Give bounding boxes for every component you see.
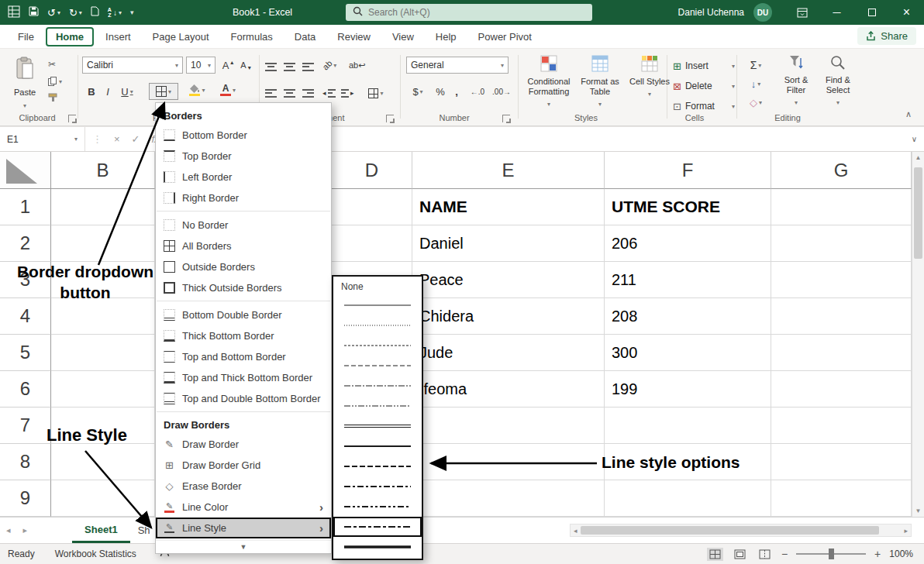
cell[interactable] xyxy=(605,408,771,444)
fill-button[interactable]: ↓▾ xyxy=(743,75,769,92)
font-name-select[interactable]: Calibri▾ xyxy=(82,57,183,74)
namebox-drag-handle[interactable]: ⋮ xyxy=(92,133,102,145)
cell[interactable] xyxy=(771,225,912,262)
line-style-option-thick[interactable] xyxy=(333,537,422,557)
comma-format-button[interactable]: , xyxy=(451,83,462,100)
menu-item-line-color[interactable]: ✎Line Color› xyxy=(156,497,331,518)
middle-align-button[interactable] xyxy=(284,58,295,75)
clipboard-dialog-launcher-icon[interactable] xyxy=(68,115,76,122)
column-header-E[interactable]: E xyxy=(412,152,605,189)
number-dialog-launcher-icon[interactable] xyxy=(502,115,510,122)
menu-item-draw-border[interactable]: ✎Draw Border xyxy=(156,434,331,455)
cell[interactable] xyxy=(771,189,912,225)
menu-item-thick-outside-borders[interactable]: Thick Outside Borders xyxy=(156,277,331,298)
row-header-6[interactable]: 6 xyxy=(0,371,51,408)
align-right-button[interactable] xyxy=(302,84,314,101)
column-header-B[interactable]: B xyxy=(51,152,155,189)
line-style-option-hairline[interactable] xyxy=(333,295,422,315)
insert-cells-button[interactable]: ⊞Insert▾ xyxy=(673,58,735,74)
bottom-align-button[interactable] xyxy=(302,58,314,75)
cell[interactable] xyxy=(412,444,605,480)
hscroll-left-icon[interactable]: ◂ xyxy=(574,527,578,535)
line-style-option-dashed-fine[interactable] xyxy=(333,335,422,356)
clear-button[interactable]: ◇▾ xyxy=(743,94,769,111)
top-align-button[interactable] xyxy=(265,58,277,75)
zoom-slider-thumb[interactable] xyxy=(829,549,834,559)
delete-cells-button[interactable]: ⊠Delete▾ xyxy=(673,78,735,94)
menu-item-outside-borders[interactable]: Outside Borders xyxy=(156,256,331,277)
cell[interactable] xyxy=(51,480,155,517)
zoom-slider[interactable] xyxy=(796,553,866,555)
tab-home[interactable]: Home xyxy=(46,27,94,46)
tab-data[interactable]: Data xyxy=(284,27,326,46)
collapse-ribbon-icon[interactable]: ∧ xyxy=(905,109,912,119)
sort-az-icon[interactable]: AZ↓▾ xyxy=(108,7,122,18)
row-header-7[interactable]: 7 xyxy=(0,408,51,444)
menu-item-line-style[interactable]: ✎Line Style› xyxy=(156,518,331,538)
format-as-table-button[interactable]: Format as Table▾ xyxy=(575,55,625,117)
cell-F2[interactable]: 206 xyxy=(605,225,771,262)
cut-button[interactable]: ✂ xyxy=(48,57,56,72)
menu-scroll-down-icon[interactable]: ▼ xyxy=(156,540,331,553)
horizontal-scroll-thumb[interactable] xyxy=(581,526,879,535)
tab-insert[interactable]: Insert xyxy=(95,27,141,46)
decrease-decimal-button[interactable]: .00→ xyxy=(490,83,513,100)
menu-item-bottom-border[interactable]: Bottom Border xyxy=(156,125,331,146)
sheet-tab-next[interactable]: Sh xyxy=(130,518,153,543)
row-header-1[interactable]: 1 xyxy=(0,189,51,225)
ribbon-display-options-icon[interactable] xyxy=(784,0,819,25)
menu-item-all-borders[interactable]: All Borders xyxy=(156,236,331,256)
column-header-F[interactable]: F xyxy=(605,152,771,189)
cell-F3[interactable]: 211 xyxy=(605,262,771,298)
menu-item-bottom-double-border[interactable]: Bottom Double Border xyxy=(156,304,331,325)
decrease-indent-button[interactable]: ◂ xyxy=(322,84,336,101)
row-header-2[interactable]: 2 xyxy=(0,225,51,262)
scroll-down-icon[interactable]: ▼ xyxy=(912,507,924,514)
line-style-option-none[interactable]: None xyxy=(333,278,422,295)
customize-qat-chevron-icon[interactable]: ▾ xyxy=(130,9,134,16)
increase-indent-button[interactable]: ▸ xyxy=(341,84,354,101)
line-style-option-dotted[interactable] xyxy=(333,315,422,335)
cell-F1[interactable]: UTME SCORE xyxy=(605,189,771,225)
alignment-dialog-launcher-icon[interactable] xyxy=(386,115,394,122)
sort-filter-button[interactable]: Sort & Filter▾ xyxy=(775,55,817,117)
tab-file[interactable]: File xyxy=(8,27,44,46)
format-cells-button[interactable]: ⊡Format▾ xyxy=(673,98,735,114)
cell[interactable] xyxy=(51,371,155,408)
cancel-icon[interactable]: × xyxy=(114,133,120,145)
font-color-button[interactable]: A▾ xyxy=(214,81,242,98)
cell[interactable] xyxy=(771,262,912,298)
menu-item-top-and-bottom-border[interactable]: Top and Bottom Border xyxy=(156,346,331,367)
cell[interactable] xyxy=(771,371,912,408)
expand-formula-bar-icon[interactable]: ∨ xyxy=(912,135,924,143)
increase-font-size-button[interactable]: A▴ xyxy=(219,57,237,74)
tab-review[interactable]: Review xyxy=(327,27,381,46)
menu-item-no-border[interactable]: No Border xyxy=(156,215,331,236)
bold-button[interactable]: B xyxy=(84,83,99,100)
font-size-select[interactable]: 10▾ xyxy=(186,57,215,74)
tab-view[interactable]: View xyxy=(382,27,424,46)
tab-power-pivot[interactable]: Power Pivot xyxy=(468,27,542,46)
format-painter-button[interactable] xyxy=(48,91,57,106)
sheet-nav-right-icon[interactable]: ▸ xyxy=(17,525,34,535)
cell[interactable] xyxy=(605,480,771,517)
new-file-icon[interactable] xyxy=(91,6,99,19)
line-style-option-dash-dot-dot[interactable] xyxy=(333,396,422,416)
cell[interactable] xyxy=(412,408,605,444)
paste-button[interactable]: Paste ▾ xyxy=(6,53,43,111)
page-break-view-icon[interactable] xyxy=(757,548,773,561)
name-box[interactable]: E1▾ xyxy=(0,127,85,151)
normal-view-icon[interactable] xyxy=(707,548,723,561)
menu-item-erase-border[interactable]: ◇Erase Border xyxy=(156,476,331,497)
vertical-scroll-thumb[interactable] xyxy=(914,167,922,259)
cell[interactable] xyxy=(771,298,912,335)
horizontal-scrollbar[interactable]: ◂ ▸ xyxy=(570,524,912,537)
wrap-text-button[interactable]: ab↩ xyxy=(349,57,365,74)
zoom-in-icon[interactable]: + xyxy=(874,548,881,560)
tab-page-layout[interactable]: Page Layout xyxy=(143,27,219,46)
maximize-button[interactable] xyxy=(854,0,889,25)
cell[interactable] xyxy=(51,335,155,371)
line-style-option-slanted-dash-dot[interactable] xyxy=(333,517,422,537)
accounting-format-button[interactable]: $▾ xyxy=(406,83,429,100)
cell[interactable] xyxy=(771,480,912,517)
